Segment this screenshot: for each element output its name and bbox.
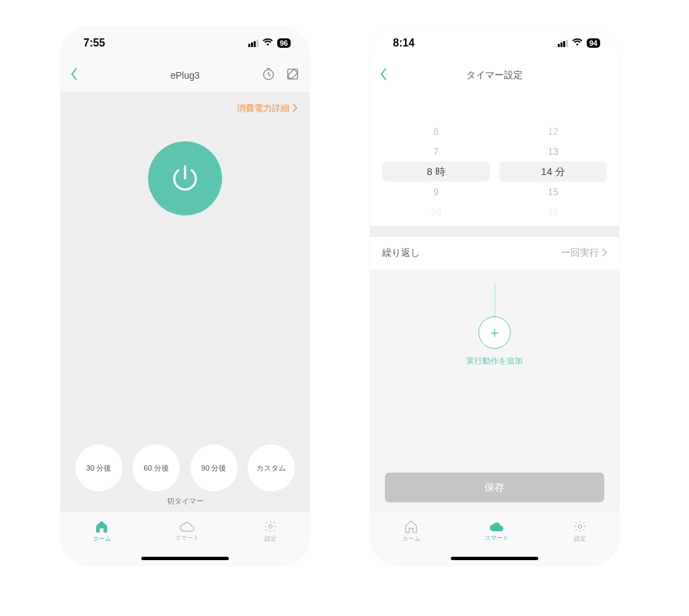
time-picker[interactable]: 6 7 8 時 9 10 12 13 14 分 15 16 [370, 92, 619, 226]
timer-chip-30[interactable]: 30 分後 [75, 444, 122, 491]
chevron-right-icon [602, 248, 607, 259]
status-time: 7:55 [83, 37, 105, 49]
tab-home[interactable]: ホーム [93, 520, 111, 543]
battery-badge: 96 [277, 38, 291, 48]
main-content: 6 7 8 時 9 10 12 13 14 分 15 16 繰り返し 一回実行 [370, 92, 619, 512]
tab-home[interactable]: ホーム [402, 520, 421, 543]
picker-row: 7 [382, 141, 490, 162]
picker-row: 12 [499, 121, 607, 141]
page-title: タイマー設定 [370, 69, 619, 81]
plus-icon: ＋ [487, 322, 502, 343]
picker-row [382, 101, 490, 121]
tab-bar: ホーム スマート 設定 [370, 512, 619, 551]
repeat-label: 繰り返し [382, 247, 420, 259]
svg-point-3 [579, 525, 582, 528]
picker-row-selected: 14 分 [499, 162, 607, 182]
phone-right: 8:14 94 タイマー設定 6 7 8 時 9 10 [370, 27, 619, 566]
back-button[interactable] [379, 67, 388, 83]
status-time: 8:14 [393, 37, 414, 49]
cell-signal-icon [558, 40, 568, 47]
tab-settings[interactable]: 設定 [573, 520, 587, 543]
tab-label: 設定 [574, 535, 586, 543]
status-indicators: 94 [558, 37, 600, 49]
edit-icon[interactable] [285, 67, 300, 84]
status-bar: 8:14 94 [370, 27, 619, 59]
power-detail-link[interactable]: 消費電力詳細 [61, 92, 310, 141]
repeat-row[interactable]: 繰り返し 一回実行 [370, 237, 619, 269]
tab-label: ホーム [93, 535, 111, 543]
hour-picker[interactable]: 6 7 8 時 9 10 [382, 101, 490, 222]
wifi-icon [262, 37, 273, 49]
repeat-value: 一回実行 [561, 247, 599, 259]
add-action-button[interactable]: ＋ [478, 316, 511, 349]
clock-icon[interactable] [261, 67, 276, 84]
tab-label: 設定 [264, 535, 277, 543]
timer-chip-custom[interactable]: カスタム [248, 444, 295, 491]
svg-point-2 [269, 525, 273, 528]
chevron-right-icon [292, 104, 297, 114]
gear-icon [573, 520, 587, 533]
timer-label: 30 分後 [86, 463, 111, 473]
tab-bar: ホーム スマート 設定 [61, 512, 310, 551]
tab-smart[interactable]: スマート [175, 520, 199, 543]
timer-chip-90[interactable]: 90 分後 [190, 444, 238, 491]
main-content: 消費電力詳細 30 分後 60 分後 90 分後 カスタム 切タイマー [61, 92, 310, 512]
save-label: 保存 [484, 481, 505, 494]
power-button[interactable] [148, 141, 222, 215]
picker-row: 16 [499, 202, 607, 222]
timer-section-label: 切タイマー [61, 496, 310, 506]
save-button[interactable]: 保存 [385, 473, 604, 502]
timer-label: カスタム [256, 463, 286, 473]
cloud-icon [488, 520, 505, 533]
tab-settings[interactable]: 設定 [264, 520, 277, 543]
tab-label: ホーム [402, 535, 421, 543]
power-detail-label: 消費電力詳細 [237, 102, 289, 114]
home-icon [94, 520, 109, 533]
cloud-icon [179, 520, 195, 533]
battery-badge: 94 [587, 38, 600, 48]
section-gap [370, 226, 619, 237]
timer-label: 90 分後 [201, 463, 226, 473]
nav-bar: ePlug3 [61, 59, 310, 92]
tab-label: スマート [484, 534, 509, 543]
picker-row: 9 [382, 182, 490, 202]
picker-row-selected: 8 時 [382, 162, 490, 182]
picker-row: 10 [382, 202, 490, 222]
picker-row: 6 [382, 121, 490, 141]
timer-label: 60 分後 [144, 463, 169, 473]
connector-line [495, 283, 495, 316]
nav-bar: タイマー設定 [370, 59, 619, 92]
wifi-icon [572, 37, 583, 49]
back-button[interactable] [70, 67, 78, 83]
home-icon [404, 520, 419, 533]
picker-row: 15 [499, 182, 607, 202]
picker-row [499, 101, 607, 121]
status-indicators: 96 [248, 37, 291, 49]
gear-icon [264, 520, 277, 533]
home-indicator[interactable] [61, 551, 310, 566]
phone-left: 7:55 96 ePlug3 消費電力詳細 [61, 27, 310, 566]
home-indicator[interactable] [370, 551, 619, 566]
timer-presets: 30 分後 60 分後 90 分後 カスタム [61, 444, 310, 491]
add-action-label: 実行動作を追加 [466, 355, 523, 367]
status-bar: 7:55 96 [61, 27, 310, 59]
minute-picker[interactable]: 12 13 14 分 15 16 [499, 101, 607, 222]
power-icon [169, 162, 201, 195]
picker-row: 13 [499, 141, 607, 162]
add-action-area: ＋ 実行動作を追加 保存 [370, 269, 619, 512]
cell-signal-icon [248, 40, 258, 47]
tab-smart[interactable]: スマート [484, 520, 509, 543]
timer-chip-60[interactable]: 60 分後 [133, 444, 180, 491]
tab-label: スマート [175, 534, 199, 543]
